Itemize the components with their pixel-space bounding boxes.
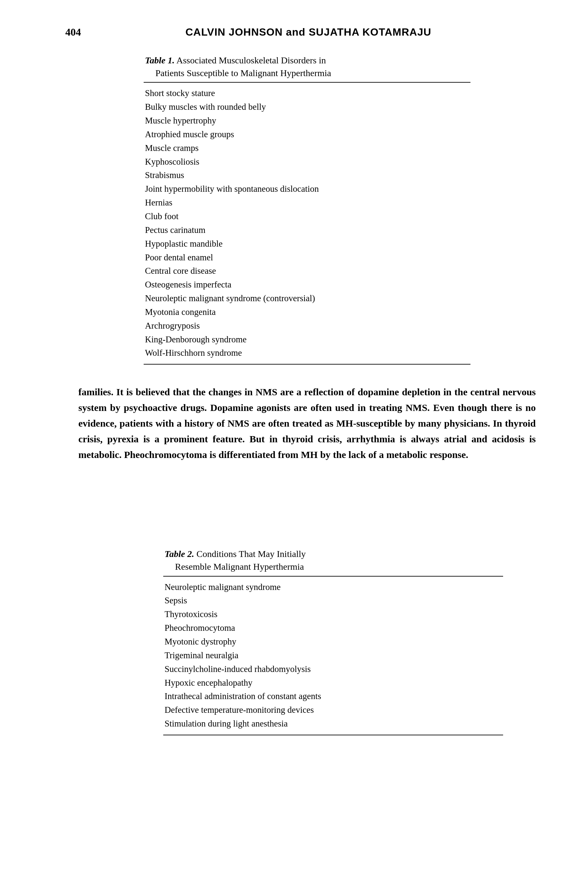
table1-row-3: Atrophied muscle groups xyxy=(145,128,469,141)
table1-row-16: Myotonia congenita xyxy=(145,305,469,319)
table2-row-0: Neuroleptic malignant syndrome xyxy=(165,580,502,594)
table1-row-0: Short stocky stature xyxy=(145,87,469,100)
table1-caption-text: Associated Musculoskeletal Disorders in xyxy=(175,55,326,65)
table2-row-5: Trigeminal neuralgia xyxy=(165,649,502,663)
table1-caption: Table 1. Associated Musculoskeletal Diso… xyxy=(144,54,471,80)
table2-caption-text: Conditions That May Initially xyxy=(194,549,306,559)
table2-row-9: Defective temperature-monitoring devices xyxy=(165,703,502,717)
table1-row-11: Hypoplastic mandible xyxy=(145,237,469,251)
page-title: CALVIN JOHNSON and SUJATHA KOTAMRAJU xyxy=(81,26,536,38)
body-paragraph: families. It is believed that the change… xyxy=(78,384,536,463)
table1-caption-line2: Patients Susceptible to Malignant Hypert… xyxy=(145,68,331,78)
table2-row-6: Succinylcholine-induced rhabdomyolysis xyxy=(165,663,502,676)
table1-row-15: Neuroleptic malignant syndrome (controve… xyxy=(145,292,469,305)
table2-row-10: Stimulation during light anesthesia xyxy=(165,717,502,731)
table1-row-6: Strabismus xyxy=(145,168,469,182)
table1-body: Short stocky stature Bulky muscles with … xyxy=(144,82,471,365)
page-header: 404 CALVIN JOHNSON and SUJATHA KOTAMRAJU xyxy=(65,26,536,38)
table1-caption-bold: Table 1. xyxy=(145,55,175,65)
table2-row-3: Pheochromocytoma xyxy=(165,621,502,635)
table2-row-1: Sepsis xyxy=(165,594,502,608)
spacer xyxy=(78,482,536,521)
table2-row-2: Thyrotoxicosis xyxy=(165,608,502,621)
table1-row-14: Osteogenesis imperfecta xyxy=(145,278,469,292)
table2-caption-bold: Table 2. xyxy=(165,549,194,559)
table1-row-17: Archrogryposis xyxy=(145,319,469,333)
table1-container: Table 1. Associated Musculoskeletal Diso… xyxy=(144,54,471,365)
page-number: 404 xyxy=(65,26,81,38)
table1-row-4: Muscle cramps xyxy=(145,141,469,155)
table1-row-8: Hernias xyxy=(145,196,469,210)
table1-row-10: Pectus carinatum xyxy=(145,224,469,237)
table1-row-12: Poor dental enamel xyxy=(145,251,469,264)
table1-row-2: Muscle hypertrophy xyxy=(145,114,469,128)
table1-row-13: Central core disease xyxy=(145,264,469,278)
table2-caption-line2: Resemble Malignant Hyperthermia xyxy=(165,562,304,572)
table2-body: Neuroleptic malignant syndrome Sepsis Th… xyxy=(163,576,503,735)
page: 404 CALVIN JOHNSON and SUJATHA KOTAMRAJU… xyxy=(0,0,588,882)
table1-row-7: Joint hypermobility with spontaneous dis… xyxy=(145,182,469,196)
table2-row-8: Intrathecal administration of constant a… xyxy=(165,690,502,703)
table2-caption: Table 2. Conditions That May Initially R… xyxy=(163,547,503,573)
content-area: Table 1. Associated Musculoskeletal Diso… xyxy=(78,54,536,735)
table1-row-5: Kyphoscoliosis xyxy=(145,155,469,169)
table1-row-19: Wolf-Hirschhorn syndrome xyxy=(145,346,469,360)
table2-row-4: Myotonic dystrophy xyxy=(165,635,502,649)
table2-container: Table 2. Conditions That May Initially R… xyxy=(163,547,503,735)
table1-row-18: King-Denborough syndrome xyxy=(145,333,469,347)
table1-row-9: Club foot xyxy=(145,210,469,224)
table2-row-7: Hypoxic encephalopathy xyxy=(165,676,502,690)
table1-row-1: Bulky muscles with rounded belly xyxy=(145,100,469,114)
